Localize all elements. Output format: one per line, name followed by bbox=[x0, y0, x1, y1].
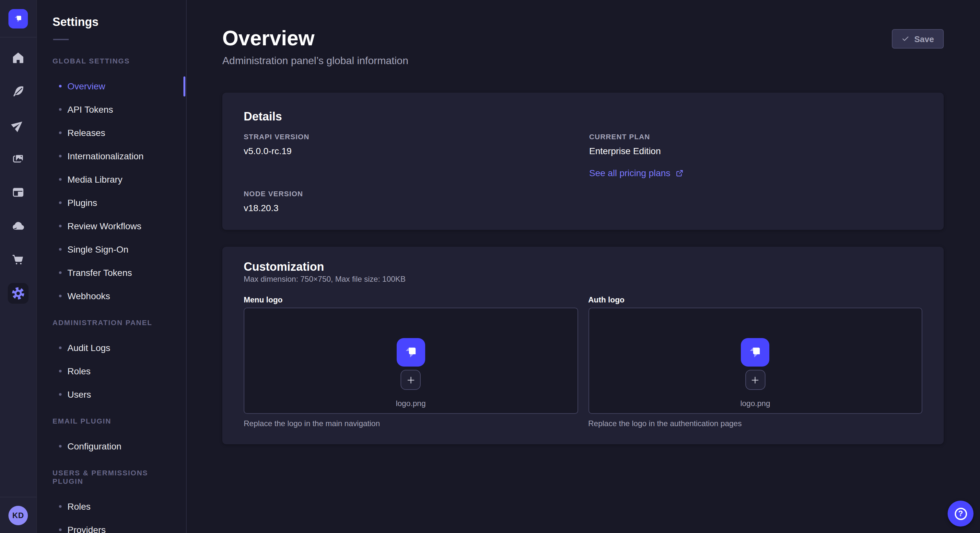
subnav-item-up-providers[interactable]: Providers bbox=[37, 518, 186, 533]
current-plan-label: CURRENT PLAN bbox=[589, 133, 922, 141]
user-avatar[interactable]: KD bbox=[8, 506, 28, 525]
sidebar-item-media-library[interactable] bbox=[8, 148, 29, 169]
cart-icon bbox=[11, 252, 25, 267]
sidebar-item-releases[interactable] bbox=[8, 115, 29, 135]
subnav-item-up-roles[interactable]: Roles bbox=[37, 495, 186, 518]
customization-hint: Max dimension: 750×750, Max file size: 1… bbox=[244, 274, 922, 284]
strapi-version-field: STRAPI VERSION v5.0.0-rc.19 bbox=[244, 133, 589, 179]
feather-icon bbox=[11, 84, 25, 98]
bullet-icon bbox=[59, 85, 62, 87]
section-label: GLOBAL SETTINGS bbox=[52, 57, 170, 65]
page-subtitle: Administration panel’s global informatio… bbox=[222, 54, 944, 67]
paper-plane-icon bbox=[11, 118, 25, 132]
settings-gear-icon bbox=[10, 286, 26, 301]
bullet-icon bbox=[59, 505, 62, 508]
check-icon bbox=[901, 35, 909, 43]
plus-icon bbox=[406, 374, 416, 385]
subnav-item-admin-roles[interactable]: Roles bbox=[37, 359, 186, 383]
menu-logo-preview bbox=[397, 338, 425, 366]
bullet-icon bbox=[59, 132, 62, 134]
pricing-plans-link[interactable]: See all pricing plans bbox=[589, 167, 684, 179]
page-title: Overview bbox=[222, 26, 944, 51]
cloud-icon bbox=[11, 219, 25, 233]
sidebar-item-cloud[interactable] bbox=[8, 216, 29, 236]
rail-footer: KD bbox=[0, 497, 37, 533]
sidebar-item-home[interactable] bbox=[8, 47, 29, 68]
auth-logo-add-button[interactable] bbox=[745, 370, 765, 390]
logo-grid: Menu logo bbox=[244, 295, 922, 429]
bullet-icon bbox=[59, 528, 62, 531]
details-card-title: Details bbox=[244, 109, 922, 124]
current-plan-value: Enterprise Edition bbox=[589, 144, 922, 157]
strapi-logo[interactable] bbox=[8, 9, 28, 28]
section-users-permissions-plugin: USERS & PERMISSIONS PLUGIN Roles Provide… bbox=[37, 469, 186, 533]
subnav-divider bbox=[53, 39, 69, 40]
subnav-item-internationalization[interactable]: Internationalization bbox=[37, 144, 186, 168]
menu-logo-dropzone[interactable]: logo.png bbox=[244, 308, 578, 414]
auth-logo-dropzone[interactable]: logo.png bbox=[588, 308, 922, 414]
bullet-icon bbox=[59, 370, 62, 373]
bullet-icon bbox=[59, 225, 62, 227]
sidebar-item-settings[interactable] bbox=[8, 283, 29, 304]
rail-nav-items bbox=[8, 38, 29, 497]
help-button[interactable]: ? bbox=[948, 501, 974, 527]
bullet-icon bbox=[59, 271, 62, 274]
subnav-title: Settings bbox=[37, 0, 186, 29]
bullet-icon bbox=[59, 346, 62, 349]
auth-logo-caption: Replace the logo in the authentication p… bbox=[588, 419, 922, 429]
settings-subnav: Settings GLOBAL SETTINGS Overview API To… bbox=[37, 0, 187, 533]
strapi-admin-app: KD Settings GLOBAL SETTINGS Overview API… bbox=[0, 0, 980, 533]
save-button[interactable]: Save bbox=[891, 29, 944, 49]
strapi-version-label: STRAPI VERSION bbox=[244, 133, 589, 141]
section-administration-panel: ADMINISTRATION PANEL Audit Logs Roles Us… bbox=[37, 319, 186, 406]
subnav-item-api-tokens[interactable]: API Tokens bbox=[37, 98, 186, 121]
bullet-icon bbox=[59, 201, 62, 204]
section-email-plugin: EMAIL PLUGIN Configuration bbox=[37, 417, 186, 458]
subnav-item-review-workflows[interactable]: Review Workflows bbox=[37, 214, 186, 238]
node-version-value: v18.20.3 bbox=[244, 201, 589, 214]
images-icon bbox=[11, 152, 25, 166]
strapi-logo-icon bbox=[746, 343, 765, 362]
subnav-item-email-configuration[interactable]: Configuration bbox=[37, 435, 186, 458]
details-card: Details STRAPI VERSION v5.0.0-rc.19 CURR… bbox=[222, 93, 944, 230]
subnav-item-transfer-tokens[interactable]: Transfer Tokens bbox=[37, 261, 186, 284]
subnav-item-releases[interactable]: Releases bbox=[37, 121, 186, 144]
main-nav-rail: KD bbox=[0, 0, 37, 533]
node-version-field: NODE VERSION v18.20.3 bbox=[244, 190, 589, 214]
subnav-item-media-library[interactable]: Media Library bbox=[37, 168, 186, 191]
menu-logo-caption: Replace the logo in the main navigation bbox=[244, 419, 578, 429]
section-label: EMAIL PLUGIN bbox=[52, 417, 170, 425]
bullet-icon bbox=[59, 178, 62, 181]
subnav-item-webhooks[interactable]: Webhooks bbox=[37, 284, 186, 308]
external-link-icon bbox=[676, 169, 684, 177]
sidebar-item-content-type-builder[interactable] bbox=[8, 81, 29, 102]
subnav-item-single-sign-on[interactable]: Single Sign-On bbox=[37, 238, 186, 261]
section-global-settings: GLOBAL SETTINGS Overview API Tokens Rele… bbox=[37, 57, 186, 308]
sidebar-item-content-manager[interactable] bbox=[8, 182, 29, 203]
node-version-label: NODE VERSION bbox=[244, 190, 589, 198]
layout-icon bbox=[11, 185, 25, 200]
menu-logo-add-button[interactable] bbox=[401, 370, 421, 390]
strapi-logo-icon bbox=[12, 13, 24, 24]
subnav-item-admin-users[interactable]: Users bbox=[37, 383, 186, 406]
subnav-item-audit-logs[interactable]: Audit Logs bbox=[37, 336, 186, 359]
strapi-version-value: v5.0.0-rc.19 bbox=[244, 144, 589, 157]
subnav-item-overview[interactable]: Overview bbox=[37, 75, 186, 98]
current-plan-field: CURRENT PLAN Enterprise Edition See all … bbox=[589, 133, 922, 179]
subnav-scrollbar-thumb[interactable] bbox=[183, 76, 185, 97]
bullet-icon bbox=[59, 155, 62, 157]
main-content: Overview Administration panel’s global i… bbox=[187, 0, 980, 533]
screen: KD Settings GLOBAL SETTINGS Overview API… bbox=[0, 0, 980, 533]
menu-logo-filename: logo.png bbox=[396, 399, 425, 409]
plus-icon bbox=[750, 374, 760, 385]
bullet-icon bbox=[59, 393, 62, 396]
bullet-icon bbox=[59, 108, 62, 111]
home-icon bbox=[11, 51, 25, 65]
sidebar-item-marketplace[interactable] bbox=[8, 249, 29, 270]
auth-logo-preview bbox=[741, 338, 770, 366]
subnav-item-plugins[interactable]: Plugins bbox=[37, 191, 186, 214]
section-label: ADMINISTRATION PANEL bbox=[52, 319, 170, 327]
auth-logo-filename: logo.png bbox=[740, 399, 770, 409]
details-grid: STRAPI VERSION v5.0.0-rc.19 CURRENT PLAN… bbox=[244, 133, 922, 214]
auth-logo-label: Auth logo bbox=[588, 295, 922, 305]
